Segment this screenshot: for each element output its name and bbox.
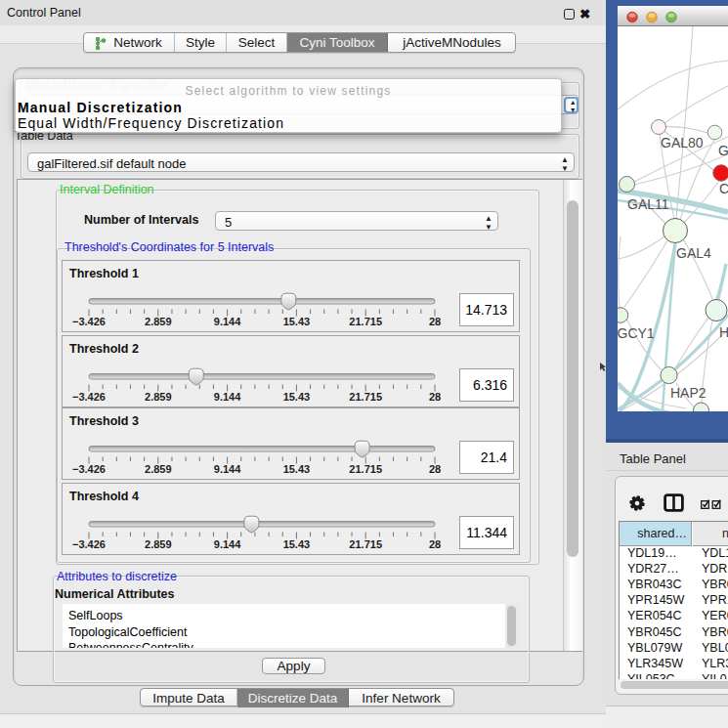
svg-text:GAL80: GAL80 [661, 135, 704, 150]
svg-text:GA: GA [718, 143, 728, 158]
svg-text:GCY1: GCY1 [618, 325, 655, 341]
svg-text:21.715: 21.715 [349, 391, 382, 403]
svg-text:28: 28 [429, 463, 441, 475]
svg-text:15.43: 15.43 [283, 538, 311, 550]
svg-text:21.715: 21.715 [349, 316, 382, 327]
svg-text:−3.426: −3.426 [72, 463, 106, 475]
svg-text:HAP2: HAP2 [670, 385, 707, 401]
svg-text:GAL4: GAL4 [676, 245, 711, 261]
svg-text:2.859: 2.859 [145, 538, 172, 550]
svg-text:28: 28 [429, 391, 441, 403]
svg-text:2.859: 2.859 [145, 391, 172, 403]
svg-text:9.144: 9.144 [214, 316, 241, 327]
svg-text:21.715: 21.715 [349, 463, 382, 475]
svg-text:H: H [719, 324, 728, 340]
svg-text:21.715: 21.715 [349, 538, 382, 550]
svg-text:15.43: 15.43 [283, 316, 311, 327]
svg-text:2.859: 2.859 [145, 316, 172, 327]
svg-text:9.144: 9.144 [214, 391, 241, 403]
svg-text:C: C [719, 181, 728, 196]
svg-text:2.859: 2.859 [145, 463, 172, 475]
svg-text:15.43: 15.43 [283, 391, 311, 403]
svg-text:9.144: 9.144 [214, 538, 241, 550]
svg-text:15.43: 15.43 [283, 463, 311, 475]
svg-text:GAL11: GAL11 [627, 196, 669, 212]
svg-text:−3.426: −3.426 [72, 316, 106, 327]
svg-text:9.144: 9.144 [214, 463, 241, 475]
svg-text:−3.426: −3.426 [72, 391, 106, 403]
svg-text:−3.426: −3.426 [72, 538, 106, 550]
svg-text:28: 28 [429, 316, 441, 327]
svg-text:28: 28 [429, 538, 441, 550]
